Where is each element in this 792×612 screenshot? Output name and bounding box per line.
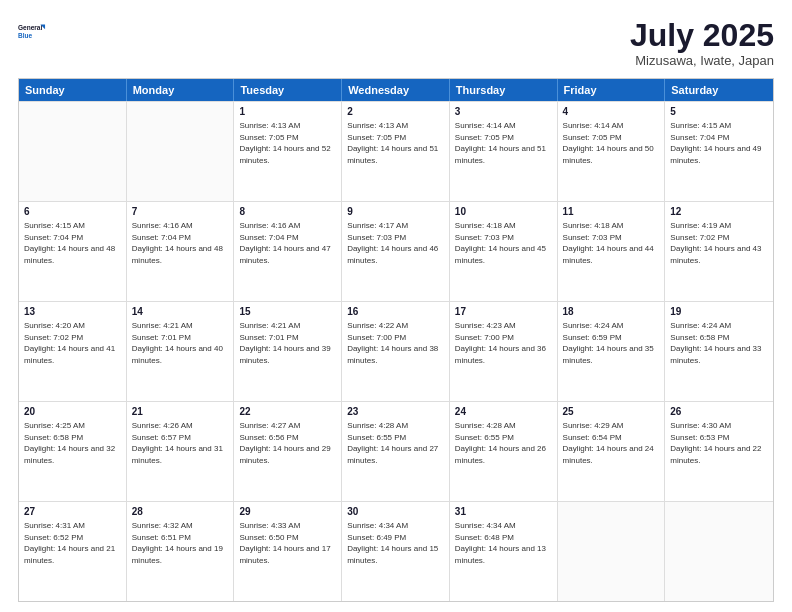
week-row-4: 20Sunrise: 4:25 AMSunset: 6:58 PMDayligh… xyxy=(19,401,773,501)
header-day-friday: Friday xyxy=(558,79,666,101)
cell-info: Sunrise: 4:28 AMSunset: 6:55 PMDaylight:… xyxy=(455,420,552,466)
logo-icon: GeneralBlue xyxy=(18,18,46,46)
day-19: 19Sunrise: 4:24 AMSunset: 6:58 PMDayligh… xyxy=(665,302,773,401)
svg-text:Blue: Blue xyxy=(18,32,32,39)
day-number: 25 xyxy=(563,405,660,419)
cell-info: Sunrise: 4:18 AMSunset: 7:03 PMDaylight:… xyxy=(563,220,660,266)
day-30: 30Sunrise: 4:34 AMSunset: 6:49 PMDayligh… xyxy=(342,502,450,601)
month-title: July 2025 xyxy=(630,18,774,53)
cell-info: Sunrise: 4:34 AMSunset: 6:49 PMDaylight:… xyxy=(347,520,444,566)
cell-info: Sunrise: 4:21 AMSunset: 7:01 PMDaylight:… xyxy=(239,320,336,366)
day-12: 12Sunrise: 4:19 AMSunset: 7:02 PMDayligh… xyxy=(665,202,773,301)
day-number: 30 xyxy=(347,505,444,519)
empty-cell-4-6 xyxy=(665,502,773,601)
day-number: 9 xyxy=(347,205,444,219)
day-number: 18 xyxy=(563,305,660,319)
day-20: 20Sunrise: 4:25 AMSunset: 6:58 PMDayligh… xyxy=(19,402,127,501)
day-number: 26 xyxy=(670,405,768,419)
day-number: 12 xyxy=(670,205,768,219)
day-number: 4 xyxy=(563,105,660,119)
day-21: 21Sunrise: 4:26 AMSunset: 6:57 PMDayligh… xyxy=(127,402,235,501)
cell-info: Sunrise: 4:24 AMSunset: 6:59 PMDaylight:… xyxy=(563,320,660,366)
day-number: 20 xyxy=(24,405,121,419)
empty-cell-0-0 xyxy=(19,102,127,201)
cell-info: Sunrise: 4:15 AMSunset: 7:04 PMDaylight:… xyxy=(24,220,121,266)
day-number: 5 xyxy=(670,105,768,119)
day-number: 3 xyxy=(455,105,552,119)
cell-info: Sunrise: 4:25 AMSunset: 6:58 PMDaylight:… xyxy=(24,420,121,466)
cell-info: Sunrise: 4:16 AMSunset: 7:04 PMDaylight:… xyxy=(239,220,336,266)
day-number: 13 xyxy=(24,305,121,319)
day-27: 27Sunrise: 4:31 AMSunset: 6:52 PMDayligh… xyxy=(19,502,127,601)
title-block: July 2025 Mizusawa, Iwate, Japan xyxy=(630,18,774,68)
page: GeneralBlue July 2025 Mizusawa, Iwate, J… xyxy=(0,0,792,612)
cell-info: Sunrise: 4:33 AMSunset: 6:50 PMDaylight:… xyxy=(239,520,336,566)
cell-info: Sunrise: 4:13 AMSunset: 7:05 PMDaylight:… xyxy=(239,120,336,166)
cell-info: Sunrise: 4:13 AMSunset: 7:05 PMDaylight:… xyxy=(347,120,444,166)
day-number: 24 xyxy=(455,405,552,419)
day-16: 16Sunrise: 4:22 AMSunset: 7:00 PMDayligh… xyxy=(342,302,450,401)
header-day-tuesday: Tuesday xyxy=(234,79,342,101)
day-number: 2 xyxy=(347,105,444,119)
cell-info: Sunrise: 4:27 AMSunset: 6:56 PMDaylight:… xyxy=(239,420,336,466)
cell-info: Sunrise: 4:15 AMSunset: 7:04 PMDaylight:… xyxy=(670,120,768,166)
day-11: 11Sunrise: 4:18 AMSunset: 7:03 PMDayligh… xyxy=(558,202,666,301)
calendar-header: SundayMondayTuesdayWednesdayThursdayFrid… xyxy=(19,79,773,101)
day-number: 23 xyxy=(347,405,444,419)
day-number: 17 xyxy=(455,305,552,319)
day-7: 7Sunrise: 4:16 AMSunset: 7:04 PMDaylight… xyxy=(127,202,235,301)
day-1: 1Sunrise: 4:13 AMSunset: 7:05 PMDaylight… xyxy=(234,102,342,201)
day-10: 10Sunrise: 4:18 AMSunset: 7:03 PMDayligh… xyxy=(450,202,558,301)
cell-info: Sunrise: 4:28 AMSunset: 6:55 PMDaylight:… xyxy=(347,420,444,466)
header-day-thursday: Thursday xyxy=(450,79,558,101)
calendar-body: 1Sunrise: 4:13 AMSunset: 7:05 PMDaylight… xyxy=(19,101,773,601)
day-number: 6 xyxy=(24,205,121,219)
day-number: 27 xyxy=(24,505,121,519)
cell-info: Sunrise: 4:17 AMSunset: 7:03 PMDaylight:… xyxy=(347,220,444,266)
cell-info: Sunrise: 4:16 AMSunset: 7:04 PMDaylight:… xyxy=(132,220,229,266)
day-number: 29 xyxy=(239,505,336,519)
header: GeneralBlue July 2025 Mizusawa, Iwate, J… xyxy=(18,18,774,68)
cell-info: Sunrise: 4:26 AMSunset: 6:57 PMDaylight:… xyxy=(132,420,229,466)
day-number: 15 xyxy=(239,305,336,319)
week-row-5: 27Sunrise: 4:31 AMSunset: 6:52 PMDayligh… xyxy=(19,501,773,601)
day-6: 6Sunrise: 4:15 AMSunset: 7:04 PMDaylight… xyxy=(19,202,127,301)
day-number: 14 xyxy=(132,305,229,319)
day-31: 31Sunrise: 4:34 AMSunset: 6:48 PMDayligh… xyxy=(450,502,558,601)
week-row-1: 1Sunrise: 4:13 AMSunset: 7:05 PMDaylight… xyxy=(19,101,773,201)
day-8: 8Sunrise: 4:16 AMSunset: 7:04 PMDaylight… xyxy=(234,202,342,301)
header-day-saturday: Saturday xyxy=(665,79,773,101)
day-number: 31 xyxy=(455,505,552,519)
week-row-2: 6Sunrise: 4:15 AMSunset: 7:04 PMDaylight… xyxy=(19,201,773,301)
cell-info: Sunrise: 4:31 AMSunset: 6:52 PMDaylight:… xyxy=(24,520,121,566)
location: Mizusawa, Iwate, Japan xyxy=(630,53,774,68)
day-number: 7 xyxy=(132,205,229,219)
day-4: 4Sunrise: 4:14 AMSunset: 7:05 PMDaylight… xyxy=(558,102,666,201)
day-number: 8 xyxy=(239,205,336,219)
day-17: 17Sunrise: 4:23 AMSunset: 7:00 PMDayligh… xyxy=(450,302,558,401)
day-25: 25Sunrise: 4:29 AMSunset: 6:54 PMDayligh… xyxy=(558,402,666,501)
day-9: 9Sunrise: 4:17 AMSunset: 7:03 PMDaylight… xyxy=(342,202,450,301)
cell-info: Sunrise: 4:29 AMSunset: 6:54 PMDaylight:… xyxy=(563,420,660,466)
cell-info: Sunrise: 4:21 AMSunset: 7:01 PMDaylight:… xyxy=(132,320,229,366)
cell-info: Sunrise: 4:32 AMSunset: 6:51 PMDaylight:… xyxy=(132,520,229,566)
day-22: 22Sunrise: 4:27 AMSunset: 6:56 PMDayligh… xyxy=(234,402,342,501)
header-day-wednesday: Wednesday xyxy=(342,79,450,101)
day-14: 14Sunrise: 4:21 AMSunset: 7:01 PMDayligh… xyxy=(127,302,235,401)
cell-info: Sunrise: 4:20 AMSunset: 7:02 PMDaylight:… xyxy=(24,320,121,366)
day-24: 24Sunrise: 4:28 AMSunset: 6:55 PMDayligh… xyxy=(450,402,558,501)
day-15: 15Sunrise: 4:21 AMSunset: 7:01 PMDayligh… xyxy=(234,302,342,401)
day-number: 22 xyxy=(239,405,336,419)
cell-info: Sunrise: 4:14 AMSunset: 7:05 PMDaylight:… xyxy=(563,120,660,166)
day-number: 28 xyxy=(132,505,229,519)
cell-info: Sunrise: 4:23 AMSunset: 7:00 PMDaylight:… xyxy=(455,320,552,366)
day-29: 29Sunrise: 4:33 AMSunset: 6:50 PMDayligh… xyxy=(234,502,342,601)
day-18: 18Sunrise: 4:24 AMSunset: 6:59 PMDayligh… xyxy=(558,302,666,401)
svg-text:General: General xyxy=(18,24,42,31)
cell-info: Sunrise: 4:34 AMSunset: 6:48 PMDaylight:… xyxy=(455,520,552,566)
day-number: 11 xyxy=(563,205,660,219)
day-13: 13Sunrise: 4:20 AMSunset: 7:02 PMDayligh… xyxy=(19,302,127,401)
calendar: SundayMondayTuesdayWednesdayThursdayFrid… xyxy=(18,78,774,602)
logo: GeneralBlue xyxy=(18,18,50,46)
cell-info: Sunrise: 4:14 AMSunset: 7:05 PMDaylight:… xyxy=(455,120,552,166)
